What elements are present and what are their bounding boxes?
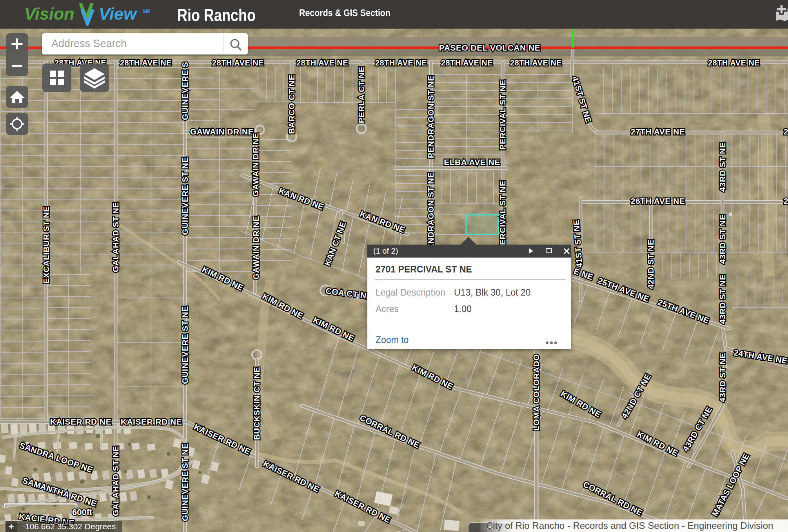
svg-text:28TH AVE NE: 28TH AVE NE — [296, 58, 348, 67]
svg-text:42ND ST NE: 42ND ST NE — [646, 240, 655, 289]
svg-text:LOMA COLORADO: LOMA COLORADO — [532, 354, 541, 431]
svg-text:600ft: 600ft — [72, 507, 93, 517]
svg-text:GUINEVERE ST NE: GUINEVERE ST NE — [180, 306, 189, 384]
svg-text:BUCKSKIN CT NE: BUCKSKIN CT NE — [252, 367, 261, 440]
svg-text:BARCO CT NE: BARCO CT NE — [287, 74, 296, 134]
svg-text:26TH AVE NE: 26TH AVE NE — [784, 196, 788, 205]
svg-text:GUINEVERE ST NE: GUINEVERE ST NE — [180, 443, 189, 521]
svg-text:43RD ST NE: 43RD ST NE — [718, 214, 727, 264]
svg-text:28TH AVE NE: 28TH AVE NE — [510, 58, 562, 67]
svg-text:28TH AVE NE: 28TH AVE NE — [441, 58, 493, 67]
svg-text:KAISER RD NE: KAISER RD NE — [50, 417, 112, 426]
svg-text:27TH AVE NE: 27TH AVE NE — [631, 127, 685, 136]
svg-text:28TH AVE NE: 28TH AVE NE — [120, 58, 172, 67]
svg-text:GAWAIN DR NE: GAWAIN DR NE — [190, 127, 254, 136]
svg-text:PENDRAGON ST NE: PENDRAGON ST NE — [426, 75, 435, 158]
svg-text:PERLA CT NE: PERLA CT NE — [357, 67, 366, 123]
svg-text:PERCIVAL ST NE: PERCIVAL ST NE — [498, 80, 507, 150]
svg-text:GAWAIN DR NE: GAWAIN DR NE — [251, 216, 260, 280]
svg-text:26TH AVE NE: 26TH AVE NE — [631, 196, 685, 205]
svg-text:GAWAIN DR NE: GAWAIN DR NE — [251, 133, 260, 196]
svg-text:EXCALIBUR ST NE: EXCALIBUR ST NE — [42, 206, 51, 284]
svg-text:28TH AVE NE: 28TH AVE NE — [375, 58, 427, 67]
svg-text:27TH AVE NE: 27TH AVE NE — [784, 127, 788, 136]
svg-text:43RD ST NE: 43RD ST NE — [718, 142, 727, 192]
svg-text:GUINEVERE S: GUINEVERE S — [180, 62, 189, 120]
svg-text:43RD ST NE: 43RD ST NE — [718, 353, 727, 402]
svg-text:43RD ST NE: 43RD ST NE — [718, 274, 727, 324]
svg-text:PERCIVAL ST NE: PERCIVAL ST NE — [498, 181, 507, 251]
svg-text:GUINEVERE ST NE: GUINEVERE ST NE — [180, 157, 189, 235]
svg-text:28TH AVE NE: 28TH AVE NE — [212, 58, 264, 67]
svg-text:GALAHAD ST NE: GALAHAD ST NE — [111, 202, 120, 272]
svg-text:ELBA AVE NE: ELBA AVE NE — [444, 158, 500, 167]
svg-text:PASEO DEL VOLCAN NE: PASEO DEL VOLCAN NE — [439, 43, 540, 52]
svg-text:KAISER RD NE: KAISER RD NE — [121, 417, 182, 426]
svg-text:28TH AVE NE: 28TH AVE NE — [708, 58, 760, 67]
svg-text:GALAHAD ST NE: GALAHAD ST NE — [111, 446, 120, 516]
svg-text:PENDRAGON ST NE: PENDRAGON ST NE — [426, 172, 435, 255]
